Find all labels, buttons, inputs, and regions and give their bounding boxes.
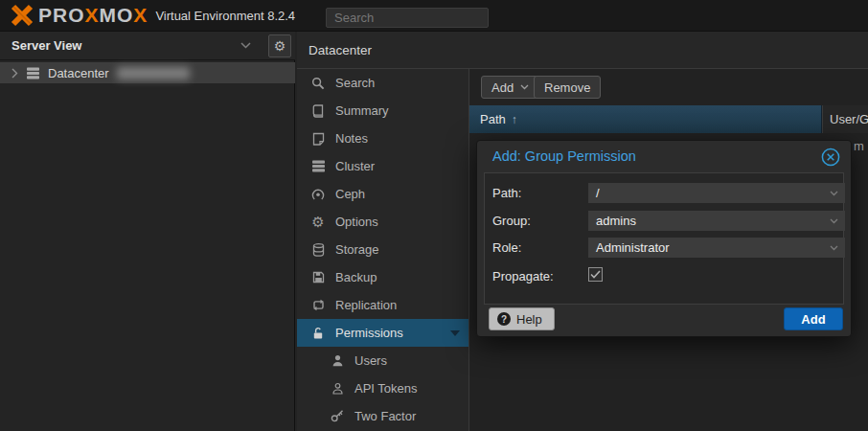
chevron-down-icon bbox=[830, 218, 838, 224]
nav-item-storage[interactable]: Storage bbox=[297, 236, 468, 263]
proxmox-app: PROXMOX Virtual Environment 8.2.4 Server… bbox=[0, 0, 868, 431]
nav-item-api-tokens[interactable]: API Tokens bbox=[297, 374, 468, 402]
dialog-form: Path: / Group: admins Role: Administrato… bbox=[484, 172, 844, 305]
nav-item-backup[interactable]: Backup bbox=[297, 263, 468, 291]
role-field-label: Role: bbox=[492, 240, 521, 255]
propagate-checkbox[interactable] bbox=[588, 267, 603, 282]
resource-sidebar: Server View ⚙ Datacenter bbox=[0, 32, 295, 431]
note-icon bbox=[310, 132, 326, 146]
user-icon bbox=[330, 354, 345, 367]
datacenter-nav: Search Summary Notes Cluster Ceph ⚙ Opti… bbox=[297, 69, 469, 431]
nav-item-notes[interactable]: Notes bbox=[297, 125, 468, 152]
chevron-down-icon bbox=[830, 245, 838, 251]
page-title: Datacenter bbox=[308, 43, 372, 57]
tree-node-datacenter[interactable]: Datacenter bbox=[0, 62, 295, 83]
sidebar-gear-button[interactable]: ⚙ bbox=[268, 34, 291, 57]
redacted-node-name bbox=[117, 67, 190, 79]
group-combo[interactable]: admins bbox=[588, 211, 845, 231]
nav-item-replication[interactable]: Replication bbox=[297, 291, 468, 319]
close-icon[interactable] bbox=[821, 147, 840, 167]
unlock-icon bbox=[310, 327, 326, 340]
chevron-down-icon bbox=[240, 42, 251, 49]
database-icon bbox=[310, 243, 326, 257]
path-field-label: Path: bbox=[492, 186, 521, 200]
check-icon bbox=[590, 270, 601, 279]
table-header: Path ↑ User/G bbox=[469, 105, 868, 133]
server-icon bbox=[26, 67, 40, 79]
path-combo[interactable]: / bbox=[588, 183, 845, 203]
nav-item-two-factor[interactable]: Two Factor bbox=[297, 402, 468, 430]
global-search-input[interactable] bbox=[326, 8, 489, 28]
proxmox-logo-icon bbox=[10, 4, 34, 27]
user-outline-icon bbox=[330, 382, 345, 395]
gear-icon: ⚙ bbox=[274, 38, 286, 54]
key-icon bbox=[330, 410, 345, 422]
expanded-caret-icon bbox=[450, 330, 460, 336]
search-icon bbox=[310, 77, 326, 90]
column-header-path[interactable]: Path ↑ bbox=[469, 105, 822, 133]
top-bar: PROXMOX Virtual Environment 8.2.4 bbox=[0, 0, 868, 32]
propagate-field-label: Propagate: bbox=[492, 269, 554, 284]
nav-item-permissions[interactable]: Permissions bbox=[297, 319, 468, 347]
tree-node-label: Datacenter bbox=[48, 66, 109, 80]
dialog-footer: ? Help Add bbox=[477, 303, 851, 336]
floppy-icon bbox=[310, 271, 326, 284]
nav-item-options[interactable]: ⚙ Options bbox=[297, 208, 468, 236]
brand-wordmark: PROXMOX bbox=[38, 4, 148, 27]
nav-item-search[interactable]: Search bbox=[297, 69, 468, 97]
help-button[interactable]: ? Help bbox=[489, 307, 555, 330]
chevron-down-icon bbox=[520, 84, 529, 90]
add-dropdown-button[interactable]: Add bbox=[481, 76, 539, 99]
role-combo[interactable]: Administrator bbox=[588, 238, 845, 258]
sort-ascending-icon: ↑ bbox=[512, 113, 517, 126]
chevron-right-icon[interactable] bbox=[11, 68, 18, 79]
table-row-partial-text: m bbox=[854, 139, 864, 153]
view-selector[interactable]: Server View ⚙ bbox=[0, 32, 295, 60]
nav-item-summary[interactable]: Summary bbox=[297, 97, 468, 125]
group-field-label: Group: bbox=[492, 214, 531, 228]
nav-item-ceph[interactable]: Ceph bbox=[297, 180, 468, 208]
cluster-icon bbox=[310, 160, 326, 172]
chevron-down-icon bbox=[830, 191, 838, 196]
remove-button[interactable]: Remove bbox=[534, 76, 601, 99]
question-icon: ? bbox=[497, 312, 511, 326]
ceph-icon bbox=[310, 188, 326, 201]
replication-icon bbox=[310, 299, 326, 311]
gear-icon: ⚙ bbox=[310, 216, 326, 229]
add-group-permission-dialog: Add: Group Permission Path: / Group: adm… bbox=[476, 140, 852, 337]
dialog-add-button[interactable]: Add bbox=[784, 307, 843, 330]
content-toolbar: Add Remove bbox=[469, 69, 868, 105]
dialog-title: Add: Group Permission bbox=[492, 148, 636, 164]
column-header-user-group[interactable]: User/G bbox=[822, 105, 868, 133]
book-icon bbox=[310, 104, 326, 118]
nav-item-cluster[interactable]: Cluster bbox=[297, 152, 468, 180]
content-panel-header: Datacenter bbox=[297, 32, 868, 69]
view-selector-label: Server View bbox=[11, 38, 81, 53]
dialog-header[interactable]: Add: Group Permission bbox=[477, 141, 851, 172]
version-label: Virtual Environment 8.2.4 bbox=[155, 9, 295, 23]
nav-item-users[interactable]: Users bbox=[297, 347, 468, 374]
